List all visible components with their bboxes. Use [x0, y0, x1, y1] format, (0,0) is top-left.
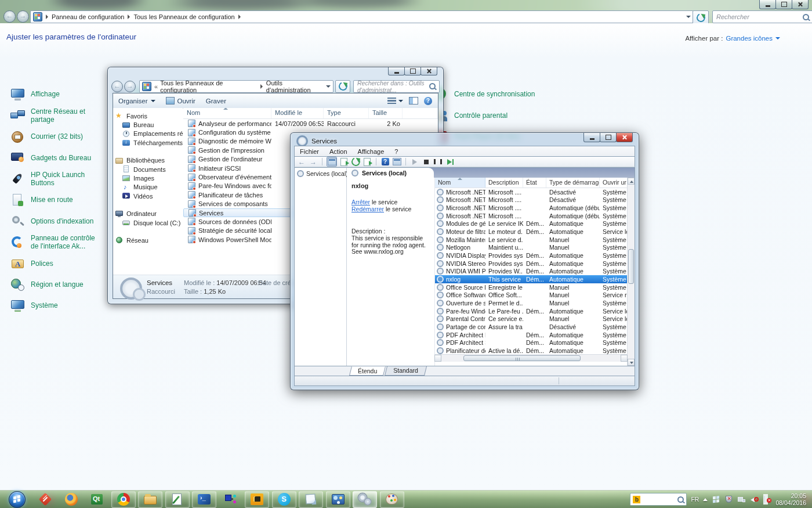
- address-bar[interactable]: Panneau de configuration Tous les Pannea…: [30, 10, 694, 23]
- view-tab[interactable]: Standard: [385, 366, 427, 376]
- action-center-icon[interactable]: [763, 495, 771, 504]
- control-panel-item[interactable]: Centre Réseau et partage: [10, 105, 103, 126]
- scroll-up-button[interactable]: [628, 178, 635, 185]
- windows-flag-icon[interactable]: [712, 495, 720, 504]
- control-panel-item[interactable]: Affichage: [10, 84, 103, 105]
- sidebar-item[interactable]: Bibliothèques: [113, 156, 183, 165]
- sidebar-item[interactable]: Ordinateur: [113, 210, 183, 218]
- scrollbar-thumb[interactable]: [628, 249, 634, 284]
- show-hidden-icons-button[interactable]: [703, 498, 708, 501]
- forward-button[interactable]: →: [17, 10, 29, 23]
- search-input[interactable]: Rechercher: [712, 10, 812, 23]
- service-row[interactable]: Moteur de filtrage... Le moteur d... Dém…: [435, 228, 628, 236]
- maximize-button[interactable]: [775, 0, 792, 9]
- control-panel-item[interactable]: Centre de synchronisation: [434, 84, 561, 105]
- service-row[interactable]: Mozilla Maintena... Le service d... Manu…: [435, 236, 628, 244]
- service-row[interactable]: Pare-feu Windows Le Pare-feu ... Dém... …: [435, 307, 628, 315]
- column-header-name[interactable]: Nom: [435, 178, 485, 188]
- service-row[interactable]: PDF Architect Serv... Dém... Automatique…: [435, 338, 628, 347]
- breadcrumb-admin-tools[interactable]: Outils d'administration: [266, 80, 326, 93]
- sidebar-item[interactable]: Bureau: [113, 120, 183, 129]
- close-button[interactable]: [792, 0, 809, 9]
- back-button[interactable]: ←: [297, 157, 306, 166]
- start-service-button[interactable]: [410, 157, 419, 166]
- sidebar-item[interactable]: Favoris: [113, 111, 183, 120]
- taskbar-app-button[interactable]: [326, 491, 350, 508]
- sidebar-item[interactable]: Réseau: [113, 236, 183, 244]
- file-row[interactable]: Analyseur de performances 14/07/2009 06:…: [183, 119, 438, 128]
- service-row[interactable]: Microsoft .NET Fr... Microsoft .... Auto…: [435, 212, 628, 220]
- control-panel-item[interactable]: Mise en route: [10, 190, 103, 211]
- control-panel-item[interactable]: Système: [10, 296, 103, 316]
- service-row[interactable]: nxlog This service ... Dém... Automatiqu…: [435, 275, 628, 283]
- address-dropdown-icon[interactable]: [326, 85, 331, 88]
- sidebar-item[interactable]: Images: [113, 174, 183, 182]
- taskbar-app-button[interactable]: [299, 491, 323, 508]
- language-indicator[interactable]: FR: [691, 496, 699, 503]
- restart-service-button[interactable]: [445, 157, 454, 166]
- taskbar-app-button[interactable]: [380, 491, 404, 508]
- service-row[interactable]: Planificateur de cl... Active la dé... D…: [435, 347, 628, 355]
- menu-item[interactable]: ?: [389, 148, 403, 155]
- service-row[interactable]: Microsoft .NET Fr... Microsoft .... Désa…: [435, 188, 628, 196]
- close-button[interactable]: [616, 133, 633, 142]
- horizontal-scrollbar[interactable]: [434, 354, 628, 362]
- scroll-left-button[interactable]: [434, 355, 441, 362]
- column-header-logon-as[interactable]: Ouvrir ur: [600, 178, 628, 188]
- control-panel-item[interactable]: HP Quick Launch Buttons: [10, 169, 103, 190]
- control-panel-item[interactable]: Courrier (32 bits): [10, 127, 103, 147]
- service-row[interactable]: Microsoft .NET Fr... Microsoft .... Auto…: [435, 204, 628, 212]
- refresh-button[interactable]: [351, 157, 360, 166]
- vertical-scrollbar[interactable]: [627, 178, 635, 366]
- sidebar-item[interactable]: Documents: [113, 165, 183, 174]
- menu-item[interactable]: Action: [324, 148, 353, 155]
- stop-service-link[interactable]: Arrêter: [351, 199, 370, 206]
- console-tree-button[interactable]: [327, 157, 337, 167]
- taskbar-app-button[interactable]: [34, 492, 57, 507]
- taskbar-app-button[interactable]: [192, 491, 216, 508]
- search-input[interactable]: Rechercher dans : Outils d'administrat..…: [353, 80, 440, 93]
- clock[interactable]: 20:05 08/04/2016: [775, 492, 806, 506]
- breadcrumb-all-items[interactable]: Tous les Panneaux de configuration: [133, 13, 234, 20]
- service-row[interactable]: Microsoft .NET Fr... Microsoft .... Désa…: [435, 196, 628, 204]
- scrollbar-thumb[interactable]: [463, 355, 581, 361]
- minimize-button[interactable]: [583, 133, 600, 142]
- address-dropdown-icon[interactable]: [686, 16, 691, 18]
- tree-item-services-local[interactable]: Services (local): [297, 170, 344, 177]
- control-panel-item[interactable]: Polices: [10, 253, 103, 274]
- taskbar-app-button[interactable]: [111, 491, 136, 508]
- view-by-dropdown-icon[interactable]: [775, 37, 780, 39]
- breadcrumb-all-items[interactable]: Tous les Panneaux de configuration: [160, 80, 257, 93]
- pause-service-button[interactable]: [433, 157, 443, 166]
- service-row[interactable]: NVIDIA Stereosco... Provides sys... Dém.…: [435, 260, 628, 268]
- taskbar-app-button[interactable]: [165, 491, 190, 508]
- view-by-value[interactable]: Grandes icônes: [726, 35, 773, 42]
- service-row[interactable]: Parental Controls Ce service e... Manuel…: [435, 315, 628, 323]
- column-header-description[interactable]: Description: [485, 178, 523, 188]
- breadcrumb-control-panel[interactable]: Panneau de configuration: [52, 13, 124, 20]
- taskbar-app-button[interactable]: [219, 492, 242, 507]
- service-row[interactable]: NVIDIA WMI Provi... Provides W... Dém...…: [435, 268, 628, 276]
- taskbar-app-button[interactable]: [138, 491, 162, 508]
- help-button[interactable]: ?: [380, 157, 390, 166]
- burn-button[interactable]: Graver: [201, 98, 231, 105]
- column-header-startup-type[interactable]: Type de démarrage: [546, 178, 600, 188]
- forward-button[interactable]: →: [124, 81, 136, 92]
- service-row[interactable]: Office Software Pr... Office Soft... Man…: [435, 291, 628, 300]
- address-bar[interactable]: « Tous les Panneaux de configuration Out…: [139, 80, 334, 93]
- taskbar-app-button[interactable]: [85, 492, 108, 507]
- service-row[interactable]: NVIDIA Display Dri... Provides sys... Dé…: [435, 251, 628, 260]
- help-button[interactable]: ?: [424, 97, 432, 105]
- open-button[interactable]: Ouvrir: [161, 97, 201, 105]
- network-icon[interactable]: [737, 495, 746, 504]
- minimize-button[interactable]: [388, 67, 405, 75]
- scroll-right-button[interactable]: [621, 355, 628, 362]
- column-header-size[interactable]: Taille: [369, 108, 403, 118]
- scroll-down-button[interactable]: [628, 359, 635, 366]
- sidebar-item[interactable]: Vidéos: [113, 192, 183, 200]
- sidebar-item[interactable]: Musique: [113, 183, 183, 192]
- service-row[interactable]: Ouverture de sessi... Permet le d... Man…: [435, 299, 628, 307]
- security-alert-icon[interactable]: [724, 495, 733, 504]
- restart-service-link[interactable]: Redémarrer: [351, 206, 384, 212]
- back-button[interactable]: ←: [111, 81, 123, 92]
